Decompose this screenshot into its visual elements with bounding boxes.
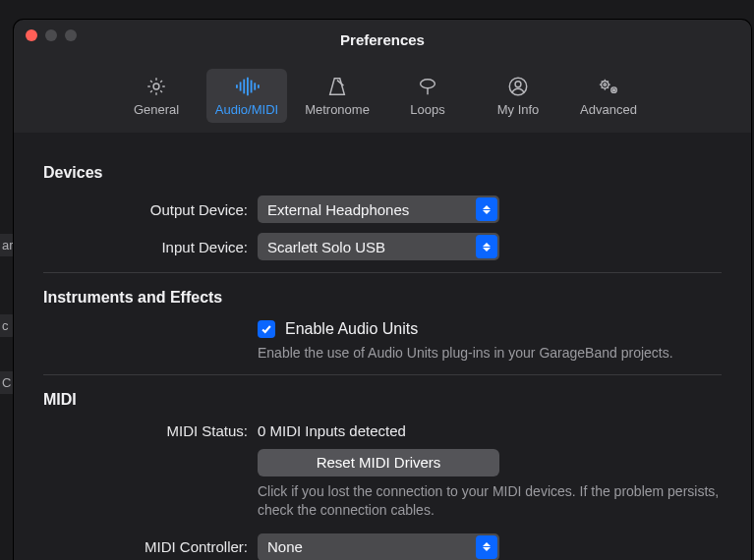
midi-controller-value: None	[267, 538, 303, 555]
section-heading-midi: MIDI	[43, 391, 722, 409]
divider	[43, 272, 722, 273]
output-device-value: External Headphones	[267, 201, 409, 218]
svg-point-15	[611, 87, 617, 93]
preferences-content: Devices Output Device: External Headphon…	[14, 133, 751, 560]
tab-advanced[interactable]: Advanced	[568, 69, 649, 123]
svg-point-16	[613, 89, 615, 91]
enable-audio-units-checkbox[interactable]	[258, 320, 275, 338]
tab-metronome[interactable]: Metronome	[297, 69, 377, 123]
background-fragment: c	[0, 314, 15, 337]
person-icon	[504, 75, 532, 98]
tab-my-info[interactable]: My Info	[478, 69, 558, 123]
preferences-tabs: General Audio/MIDI Metronome Loops My In…	[14, 67, 751, 133]
reset-midi-helper: Click if you lost the connection to your…	[258, 482, 720, 520]
tab-label: Loops	[410, 102, 444, 117]
input-device-value: Scarlett Solo USB	[267, 239, 385, 255]
output-device-select[interactable]: External Headphones	[258, 196, 499, 223]
titlebar: Preferences	[14, 20, 751, 67]
enable-audio-units-helper: Enable the use of Audio Units plug-ins i…	[258, 344, 680, 363]
gear-icon	[143, 75, 170, 98]
dropdown-stepper-icon	[476, 535, 497, 559]
dropdown-stepper-icon	[476, 197, 497, 221]
svg-point-12	[515, 82, 521, 87]
tab-loops[interactable]: Loops	[387, 69, 468, 123]
tab-label: Advanced	[580, 102, 637, 117]
svg-point-9	[421, 80, 435, 88]
loops-icon	[414, 75, 441, 98]
enable-audio-units-label: Enable Audio Units	[285, 320, 418, 338]
divider	[43, 374, 722, 375]
reset-midi-drivers-label: Reset MIDI Drivers	[317, 454, 441, 471]
reset-midi-drivers-button[interactable]: Reset MIDI Drivers	[258, 449, 499, 476]
svg-point-14	[604, 84, 606, 85]
midi-controller-label: MIDI Controller:	[43, 538, 258, 555]
input-device-select[interactable]: Scarlett Solo USB	[258, 233, 499, 260]
tab-label: Metronome	[305, 102, 370, 117]
tab-label: My Info	[497, 102, 540, 117]
svg-point-0	[153, 84, 159, 89]
midi-status-label: MIDI Status:	[43, 422, 258, 439]
dropdown-stepper-icon	[476, 235, 497, 258]
input-device-label: Input Device:	[43, 239, 258, 255]
tab-label: Audio/MIDI	[215, 102, 278, 117]
waveform-icon	[233, 75, 261, 98]
tab-general[interactable]: General	[116, 69, 197, 123]
midi-controller-select[interactable]: None	[258, 533, 499, 560]
section-heading-devices: Devices	[43, 164, 722, 182]
output-device-label: Output Device:	[43, 201, 258, 218]
tab-label: General	[134, 102, 179, 117]
preferences-window: Preferences General Audio/MIDI Metronome…	[14, 20, 751, 560]
window-title: Preferences	[14, 31, 751, 48]
section-heading-instruments: Instruments and Effects	[43, 289, 722, 307]
metronome-icon	[323, 75, 351, 98]
midi-status-value: 0 MIDI Inputs detected	[258, 422, 406, 439]
tab-audio-midi[interactable]: Audio/MIDI	[206, 69, 287, 123]
gears-icon	[595, 75, 622, 98]
